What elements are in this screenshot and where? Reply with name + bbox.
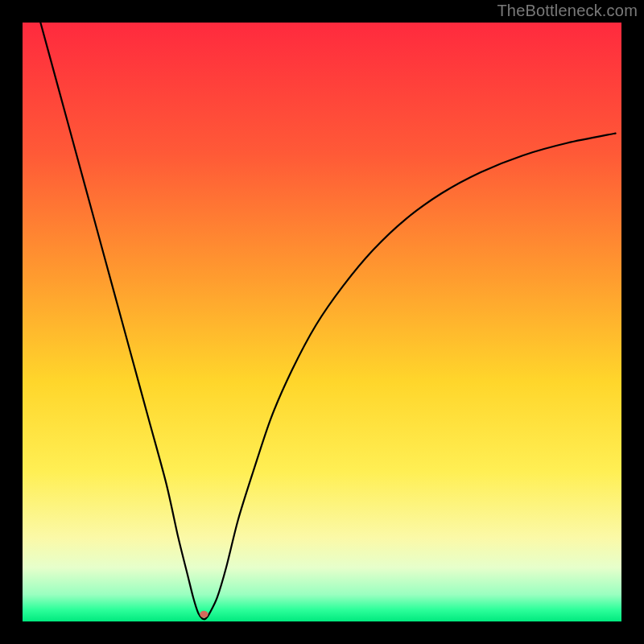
watermark-text: TheBottleneck.com — [497, 2, 638, 20]
gradient-background — [23, 23, 621, 621]
plot-area — [23, 23, 621, 621]
minimum-marker — [200, 611, 208, 618]
chart-frame: TheBottleneck.com — [0, 0, 644, 644]
plot-svg — [23, 23, 621, 621]
